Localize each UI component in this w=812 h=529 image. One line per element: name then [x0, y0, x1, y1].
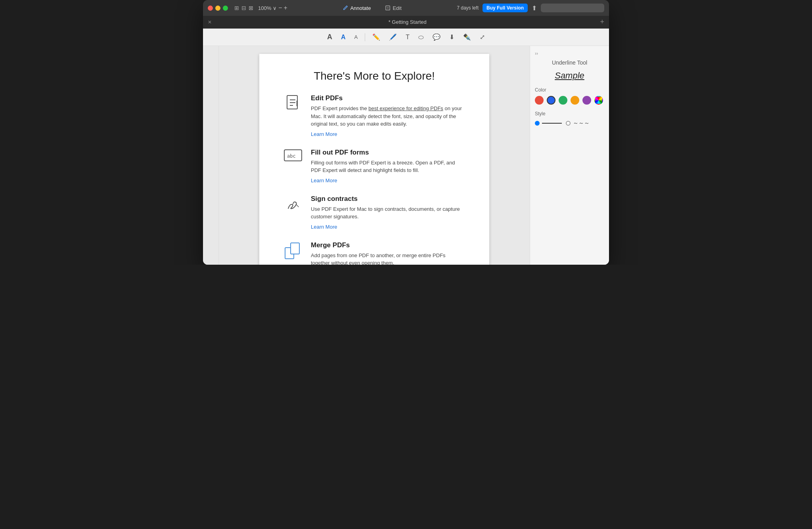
style-options: ～～～	[535, 120, 604, 127]
sidebar-toggle-icons: ⊞ ⊟ ⊠	[234, 5, 253, 11]
text-tool[interactable]: T	[404, 32, 411, 42]
text-small-tool[interactable]: A	[353, 32, 360, 42]
feature-edit-pdfs: Edit PDFs PDF Expert provides the best e…	[283, 94, 465, 138]
toolbar-separator	[365, 33, 365, 41]
signature-icon: ✒️	[463, 33, 471, 41]
search-input[interactable]	[541, 4, 604, 12]
traffic-lights	[208, 6, 228, 11]
color-swatch-purple[interactable]	[582, 96, 591, 105]
color-swatch-orange[interactable]	[571, 96, 579, 105]
app-window: ⊞ ⊟ ⊠ 100% ∨ − + Annotate Edit 7 days le…	[203, 0, 609, 265]
style-squiggle[interactable]: ～～～	[566, 120, 593, 127]
merge-pdfs-content: Merge PDFs Add pages from one PDF to ano…	[311, 241, 465, 265]
color-swatch-green[interactable]	[559, 96, 567, 105]
edit-pdfs-icon	[283, 94, 303, 138]
share-icon[interactable]: ⬆	[532, 4, 537, 12]
buy-full-version-button[interactable]: Buy Full Version	[483, 4, 528, 12]
edit-pdfs-title: Edit PDFs	[311, 94, 465, 102]
merge-pdfs-icon	[283, 241, 303, 265]
pen-icon: 🖊️	[389, 33, 397, 41]
style-squiggle-line: ～～～	[573, 120, 593, 127]
columns-icon[interactable]: ⊠	[249, 5, 253, 11]
feature-merge-pdfs: Merge PDFs Add pages from one PDF to ano…	[283, 241, 465, 265]
pen-tool[interactable]: 🖊️	[387, 32, 398, 42]
sample-text: Sample	[535, 71, 604, 81]
text-size-tool[interactable]: A	[326, 31, 334, 43]
zoom-in-button[interactable]: +	[284, 4, 287, 11]
close-button[interactable]	[208, 6, 213, 11]
titlebar: ⊞ ⊟ ⊠ 100% ∨ − + Annotate Edit 7 days le…	[203, 0, 609, 16]
stamp-icon: ⬇	[449, 33, 454, 41]
days-left-label: 7 days left	[457, 5, 479, 11]
main-area: There's More to Explore! Edit PDFs	[203, 46, 609, 265]
merge-pdfs-title: Merge PDFs	[311, 241, 465, 249]
style-solid[interactable]	[535, 121, 562, 126]
eraser-icon: ✏️	[372, 33, 380, 41]
right-panel: ›› Underline Tool Sample Color Style	[530, 46, 609, 265]
svg-rect-10	[291, 243, 299, 254]
text-tool-icon: T	[406, 34, 410, 41]
selection-icon: ⤢	[480, 33, 485, 41]
tab-close-button[interactable]: ✕	[208, 19, 212, 25]
pdf-page: There's More to Explore! Edit PDFs	[259, 54, 489, 265]
edit-pdfs-learn-more[interactable]: Learn More	[311, 131, 337, 137]
style-solid-radio	[535, 121, 540, 126]
panel-title: Underline Tool	[535, 59, 604, 66]
text-small-icon: A	[354, 34, 358, 40]
color-swatch-red[interactable]	[535, 96, 544, 105]
edit-pdfs-desc-before: PDF Expert provides the	[311, 105, 368, 111]
color-swatch-multicolor[interactable]	[594, 96, 603, 105]
style-solid-line	[542, 123, 562, 124]
style-section-title: Style	[535, 111, 604, 116]
feature-fill-forms: abc Fill out PDF forms Filling out forms…	[283, 149, 465, 184]
grid-icon[interactable]: ⊟	[241, 5, 246, 11]
maximize-button[interactable]	[223, 6, 228, 11]
edit-pdfs-link-text: best experience for editing PDFs	[368, 105, 443, 111]
edit-pdfs-content: Edit PDFs PDF Expert provides the best e…	[311, 94, 465, 138]
color-swatch-blue[interactable]	[547, 96, 555, 105]
text-color-tool[interactable]: A	[339, 32, 347, 42]
shape-tool[interactable]: ⬭	[417, 32, 425, 42]
shape-icon: ⬭	[418, 34, 424, 41]
zoom-control: 100% ∨ − +	[258, 4, 287, 11]
merge-pdfs-desc: Add pages from one PDF to another, or me…	[311, 252, 465, 265]
left-sidebar	[203, 46, 219, 265]
content-area[interactable]: There's More to Explore! Edit PDFs	[219, 46, 530, 265]
sidebar-icon[interactable]: ⊞	[234, 5, 239, 11]
stamp-tool[interactable]: ⬇	[448, 32, 456, 42]
color-section-title: Color	[535, 87, 604, 93]
zoom-level-label: 100%	[258, 5, 271, 11]
signature-tool[interactable]: ✒️	[462, 32, 473, 42]
fill-forms-learn-more[interactable]: Learn More	[311, 178, 337, 183]
fill-forms-content: Fill out PDF forms Filling out forms wit…	[311, 149, 465, 184]
edit-pdfs-desc: PDF Expert provides the best experience …	[311, 105, 465, 128]
titlebar-left: ⊞ ⊟ ⊠ 100% ∨ − +	[234, 4, 287, 11]
panel-toggle[interactable]: ››	[535, 51, 604, 56]
eraser-tool[interactable]: ✏️	[371, 32, 382, 42]
fill-forms-icon: abc	[283, 149, 303, 184]
zoom-out-button[interactable]: −	[278, 4, 282, 11]
sign-contracts-learn-more[interactable]: Learn More	[311, 224, 337, 230]
titlebar-center: Annotate Edit	[291, 4, 454, 13]
edit-icon	[385, 5, 391, 11]
color-swatches	[535, 96, 604, 105]
sign-contracts-title: Sign contracts	[311, 195, 465, 203]
annotate-button[interactable]: Annotate	[339, 4, 374, 13]
minimize-button[interactable]	[215, 6, 220, 11]
edit-button[interactable]: Edit	[382, 4, 404, 13]
comment-icon: 💬	[433, 33, 440, 41]
tab-label: * Getting Started	[215, 19, 600, 25]
style-squiggle-radio	[566, 121, 571, 126]
feature-sign-contracts: Sign contracts Use PDF Expert for Mac to…	[283, 195, 465, 230]
fill-forms-desc: Filling out forms with PDF Expert is a b…	[311, 159, 465, 174]
text-size-icon: A	[327, 33, 332, 41]
sign-contracts-content: Sign contracts Use PDF Expert for Mac to…	[311, 195, 465, 230]
selection-tool[interactable]: ⤢	[478, 32, 486, 42]
text-color-icon: A	[341, 34, 346, 41]
comment-tool[interactable]: 💬	[431, 32, 442, 42]
add-tab-button[interactable]: +	[600, 18, 604, 26]
titlebar-right: 7 days left Buy Full Version ⬆ 🔍	[457, 4, 604, 12]
pencil-icon	[343, 5, 348, 11]
sign-contracts-icon	[283, 195, 303, 230]
svg-text:abc: abc	[287, 153, 296, 159]
